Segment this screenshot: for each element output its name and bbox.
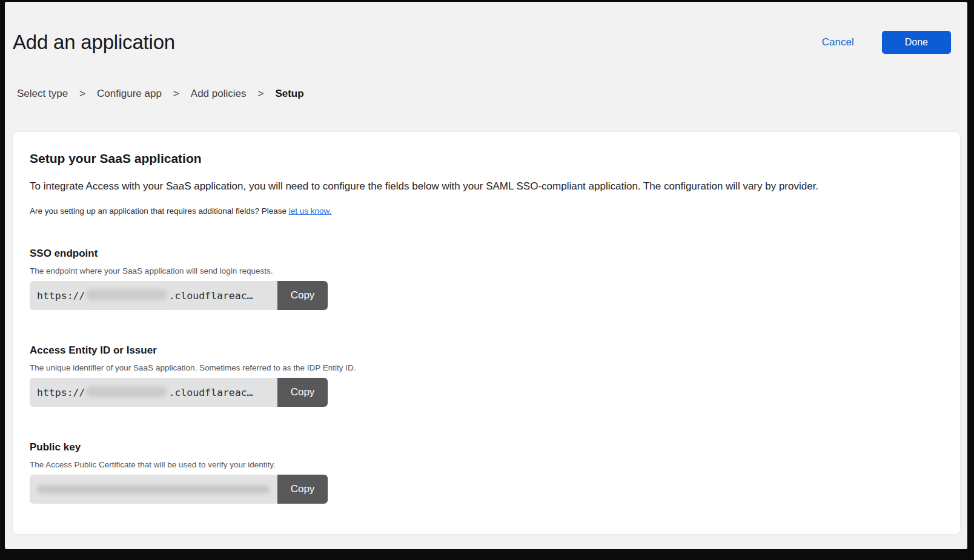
field-description: The endpoint where your SaaS application… <box>30 266 943 275</box>
field-label: SSO endpoint <box>30 248 943 260</box>
breadcrumb-separator: > <box>79 88 85 100</box>
breadcrumb-select-type[interactable]: Select type <box>17 88 68 100</box>
breadcrumb-separator: > <box>257 88 263 100</box>
note-text: Are you setting up an application that r… <box>30 206 289 216</box>
entity-id-value[interactable]: https://.cloudflareac… <box>30 378 277 407</box>
value-prefix: https:// <box>37 290 85 301</box>
value-suffix: .cloudflareac… <box>168 387 253 398</box>
app-window: Add an application Cancel Done Select ty… <box>5 2 967 549</box>
public-key-value-row: Copy <box>30 475 328 504</box>
let-us-know-link[interactable]: let us know. <box>289 206 332 216</box>
card-intro-text: To integrate Access with your SaaS appli… <box>30 180 943 193</box>
card-heading: Setup your SaaS application <box>30 151 943 166</box>
cancel-button[interactable]: Cancel <box>822 36 854 48</box>
sso-endpoint-copy-button[interactable]: Copy <box>277 281 328 310</box>
field-description: The Access Public Certificate that will … <box>30 460 943 469</box>
public-key-copy-button[interactable]: Copy <box>277 475 328 504</box>
header-actions: Cancel Done <box>822 31 951 54</box>
entity-id-copy-button[interactable]: Copy <box>277 378 328 407</box>
field-label: Public key <box>30 441 943 453</box>
page-header: Add an application Cancel Done <box>5 2 967 54</box>
redacted-text <box>86 386 167 397</box>
redacted-text <box>86 289 167 300</box>
breadcrumb-setup: Setup <box>275 88 303 100</box>
done-button[interactable]: Done <box>882 31 951 54</box>
card-note: Are you setting up an application that r… <box>30 206 943 216</box>
breadcrumb-separator: > <box>173 88 179 100</box>
entity-id-value-row: https://.cloudflareac… Copy <box>30 378 328 407</box>
field-label: Access Entity ID or Issuer <box>30 344 943 357</box>
field-access-entity-id: Access Entity ID or Issuer The unique id… <box>30 344 943 407</box>
field-sso-endpoint: SSO endpoint The endpoint where your Saa… <box>30 248 943 310</box>
breadcrumb-configure-app[interactable]: Configure app <box>97 88 162 100</box>
sso-endpoint-value[interactable]: https://.cloudflareac… <box>30 281 277 310</box>
breadcrumb: Select type > Configure app > Add polici… <box>17 88 967 100</box>
field-description: The unique identifier of your SaaS appli… <box>30 363 943 372</box>
setup-card: Setup your SaaS application To integrate… <box>12 131 961 535</box>
public-key-value[interactable] <box>30 475 277 504</box>
sso-endpoint-value-row: https://.cloudflareac… Copy <box>30 281 328 310</box>
value-suffix: .cloudflareac… <box>168 290 253 301</box>
field-public-key: Public key The Access Public Certificate… <box>30 441 943 504</box>
breadcrumb-add-policies[interactable]: Add policies <box>191 88 247 100</box>
redacted-text <box>37 486 270 493</box>
page-title: Add an application <box>13 31 175 54</box>
value-prefix: https:// <box>37 387 85 398</box>
